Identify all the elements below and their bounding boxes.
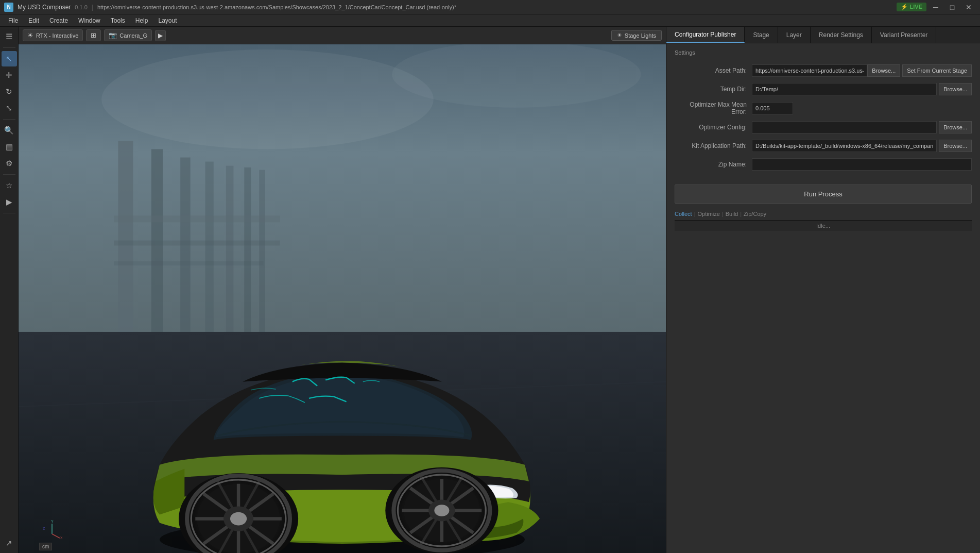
- progress-sep-3: |: [740, 211, 742, 217]
- viewport[interactable]: Y X Z cm: [19, 44, 666, 553]
- toolbar-scale[interactable]: ⤡: [2, 100, 17, 116]
- tab-variant-presenter[interactable]: Variant Presenter: [872, 27, 937, 43]
- close-button[interactable]: ✕: [961, 2, 976, 12]
- temp-dir-row: Temp Dir: Browse...: [675, 82, 972, 96]
- menu-tools[interactable]: Tools: [107, 16, 129, 25]
- menu-help[interactable]: Help: [131, 16, 152, 25]
- temp-dir-browse-btn[interactable]: Browse...: [939, 83, 972, 95]
- title-bar: N My USD Composer 0.1.0 | https://omnive…: [0, 0, 980, 14]
- version-label: 0.1.0: [75, 4, 87, 10]
- optimizer-error-input[interactable]: [752, 102, 793, 114]
- camera-btn[interactable]: 📷 Camera_G: [104, 29, 152, 41]
- panel-settings-label: Settings: [675, 49, 972, 56]
- scene-svg: [19, 44, 666, 553]
- progress-steps: Collect | Optimize | Build | Zip/Copy: [675, 208, 972, 220]
- optimizer-error-row: Optimizer Max Mean Error:: [675, 101, 972, 115]
- renderer-label: RTX - Interactive: [36, 32, 78, 39]
- toolbar-layers[interactable]: ▤: [2, 139, 17, 155]
- camera-arrow[interactable]: ▶: [155, 30, 166, 41]
- app-title: My USD Composer: [18, 4, 71, 11]
- kit-app-browse-btn[interactable]: Browse...: [939, 140, 972, 152]
- tab-render-settings[interactable]: Render Settings: [811, 27, 872, 43]
- progress-sep-1: |: [694, 211, 696, 217]
- snap-icon: ⊞: [91, 31, 96, 39]
- svg-text:Y: Y: [51, 520, 54, 523]
- temp-dir-label: Temp Dir:: [675, 86, 752, 93]
- kit-app-label: Kit Application Path:: [675, 142, 752, 149]
- toolbar-bookmark[interactable]: ☆: [2, 178, 17, 193]
- file-path: https://omniverse-content-production.s3.…: [97, 4, 456, 10]
- progress-zip: Zip/Copy: [744, 211, 766, 217]
- tab-layer[interactable]: Layer: [778, 27, 811, 43]
- optimizer-error-label: Optimizer Max Mean Error:: [675, 101, 752, 115]
- asset-path-label: Asset Path:: [675, 67, 752, 74]
- toolbar-rotate[interactable]: ↻: [2, 84, 17, 99]
- zip-name-label: Zip Name:: [675, 161, 752, 168]
- toolbar-separator-3: [3, 174, 15, 175]
- viewport-unit-label: cm: [39, 543, 52, 550]
- kit-app-input[interactable]: [752, 140, 937, 152]
- menu-layout[interactable]: Layout: [154, 16, 181, 25]
- asset-path-input[interactable]: [752, 64, 867, 77]
- svg-rect-12: [114, 261, 263, 265]
- svg-rect-7: [226, 166, 234, 332]
- tab-stage[interactable]: Stage: [745, 27, 778, 43]
- toolbar-arrow-right[interactable]: ↗: [2, 535, 17, 551]
- set-from-current-stage-btn[interactable]: Set From Current Stage: [902, 64, 972, 77]
- optimizer-config-input[interactable]: [752, 121, 937, 133]
- viewport-toolbar: ☀ RTX - Interactive ⊞ 📷 Camera_G ▶ ☀ Sta…: [19, 27, 666, 44]
- menu-create[interactable]: Create: [45, 16, 72, 25]
- toolbar-search[interactable]: 🔍: [2, 123, 17, 138]
- progress-collect: Collect: [675, 211, 692, 217]
- optimizer-config-label: Optimizer Config:: [675, 124, 752, 131]
- maximize-button[interactable]: □: [945, 2, 959, 12]
- progress-sep-2: |: [722, 211, 724, 217]
- svg-point-2: [392, 44, 641, 108]
- panel-tabs: Configurator Publisher Stage Layer Rende…: [666, 27, 980, 43]
- optimizer-config-browse-btn[interactable]: Browse...: [939, 121, 972, 133]
- svg-rect-9: [259, 170, 265, 332]
- viewport-container: ☀ RTX - Interactive ⊞ 📷 Camera_G ▶ ☀ Sta…: [19, 27, 666, 553]
- zip-name-input[interactable]: [752, 158, 972, 171]
- viewport-canvas: Y X Z cm: [19, 44, 666, 553]
- toolbar-separator-1: [3, 47, 15, 48]
- snap-btn[interactable]: ⊞: [86, 29, 101, 41]
- live-badge: ⚡ LIVE: [897, 3, 926, 11]
- renderer-btn[interactable]: ☀ RTX - Interactive: [23, 29, 83, 41]
- toolbar-play[interactable]: ▶: [2, 194, 17, 210]
- app-logo: N: [4, 3, 13, 12]
- svg-rect-11: [114, 241, 280, 246]
- menu-file[interactable]: File: [4, 16, 22, 25]
- asset-path-row: Asset Path: Browse... Set From Current S…: [675, 64, 972, 77]
- right-panel: Configurator Publisher Stage Layer Rende…: [666, 27, 980, 553]
- menu-bar: File Edit Create Window Tools Help Layou…: [0, 14, 980, 27]
- run-process-btn[interactable]: Run Process: [675, 185, 972, 204]
- progress-optimize: Optimize: [697, 211, 719, 217]
- svg-rect-8: [244, 167, 251, 332]
- menu-window[interactable]: Window: [74, 16, 105, 25]
- main-layout: ☰ ↖ ✛ ↻ ⤡ 🔍 ▤ ⚙ ☆ ▶ ↗ ☀ RTX - Interactiv…: [0, 27, 980, 553]
- svg-point-40: [434, 505, 449, 516]
- svg-line-44: [52, 534, 60, 538]
- asset-path-browse-btn[interactable]: Browse...: [867, 64, 900, 77]
- minimize-button[interactable]: ─: [929, 2, 943, 12]
- optimizer-config-row: Optimizer Config: Browse...: [675, 121, 972, 134]
- svg-rect-3: [118, 141, 133, 332]
- toolbar-physics[interactable]: ⚙: [2, 156, 17, 171]
- tab-configurator-publisher[interactable]: Configurator Publisher: [666, 27, 745, 43]
- stage-lights-btn[interactable]: ☀ Stage Lights: [611, 30, 662, 41]
- progress-build: Build: [726, 211, 738, 217]
- menu-edit[interactable]: Edit: [24, 16, 43, 25]
- toolbar-move[interactable]: ✛: [2, 68, 17, 83]
- svg-text:Z: Z: [43, 527, 45, 530]
- temp-dir-input[interactable]: [752, 83, 937, 95]
- zip-name-row: Zip Name:: [675, 158, 972, 171]
- svg-text:X: X: [60, 536, 62, 539]
- toolbar-separator-2: [3, 119, 15, 120]
- stage-lights-label: Stage Lights: [625, 32, 656, 39]
- toolbar-select[interactable]: ↖: [2, 51, 17, 66]
- left-toolbar: ☰ ↖ ✛ ↻ ⤡ 🔍 ▤ ⚙ ☆ ▶ ↗: [0, 27, 19, 553]
- toolbar-hamburger[interactable]: ☰: [2, 29, 17, 44]
- status-bar: Idle...: [675, 220, 972, 231]
- sun-icon: ☀: [617, 32, 622, 39]
